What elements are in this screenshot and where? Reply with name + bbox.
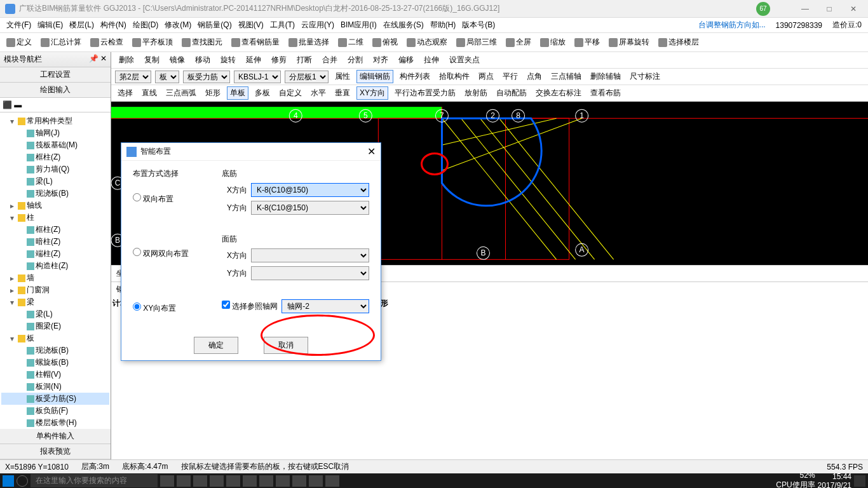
tree-item[interactable]: ▾ 常用构件类型 bbox=[1, 115, 109, 127]
menu-item[interactable]: 在线服务(S) bbox=[381, 18, 426, 32]
edit-button[interactable]: 旋转 bbox=[217, 54, 238, 66]
tree-item[interactable]: 梁(L) bbox=[1, 175, 109, 187]
edit-button[interactable]: 删除 bbox=[115, 54, 137, 66]
toolbar-button[interactable]: 查看钢筋量 bbox=[229, 36, 282, 49]
toolbar-button[interactable]: 二维 bbox=[336, 36, 366, 49]
context-select[interactable]: 板受力筋 bbox=[183, 71, 230, 83]
context-button[interactable]: 编辑钢筋 bbox=[356, 70, 393, 83]
draw-button[interactable]: 交换左右标注 bbox=[533, 87, 584, 99]
menu-item[interactable]: 钢筋量(Q) bbox=[195, 18, 234, 32]
context-button[interactable]: 两点 bbox=[476, 71, 496, 83]
close-button[interactable]: ✕ bbox=[844, 4, 863, 13]
nav-bottom-2[interactable]: 报表预览 bbox=[0, 444, 111, 459]
task-icon[interactable] bbox=[243, 475, 257, 487]
tree-item[interactable]: 框柱(Z) bbox=[1, 151, 109, 163]
context-button[interactable]: 尺寸标注 bbox=[627, 71, 663, 83]
toolbar-button[interactable]: 定义 bbox=[4, 36, 34, 49]
notification-badge[interactable]: 67 bbox=[756, 2, 770, 16]
edit-button[interactable]: 偏移 bbox=[395, 54, 416, 66]
tree-item[interactable]: 框柱(Z) bbox=[1, 224, 109, 236]
draw-button[interactable]: 多板 bbox=[252, 87, 273, 99]
radio-xy[interactable]: XY向布置 bbox=[133, 304, 176, 313]
ydir-bottom-select[interactable]: K-8(C10@150) bbox=[251, 201, 369, 215]
tree-item[interactable]: 圈梁(E) bbox=[1, 320, 109, 332]
task-icon[interactable] bbox=[259, 475, 273, 487]
axis-select[interactable]: 轴网-2 bbox=[281, 299, 369, 313]
menu-item[interactable]: 楼层(L) bbox=[67, 18, 97, 32]
edit-button[interactable]: 延伸 bbox=[242, 54, 264, 66]
menu-item[interactable]: 版本号(B) bbox=[459, 18, 498, 32]
tree-item[interactable]: 螺旋板(B) bbox=[1, 356, 109, 369]
edit-button[interactable]: 移动 bbox=[191, 54, 213, 66]
menu-item[interactable]: 视图(V) bbox=[236, 18, 266, 32]
context-button[interactable]: 构件列表 bbox=[397, 71, 433, 83]
tree-item[interactable]: 端柱(Z) bbox=[1, 248, 109, 260]
menu-item[interactable]: BIM应用(I) bbox=[338, 18, 379, 32]
edit-button[interactable]: 复制 bbox=[140, 54, 162, 66]
cortana-icon[interactable] bbox=[17, 475, 28, 487]
nav-bottom-1[interactable]: 单构件输入 bbox=[0, 429, 111, 444]
edit-button[interactable]: 设置夹点 bbox=[445, 54, 482, 66]
toolbar-button[interactable]: 云检查 bbox=[88, 36, 126, 49]
axis-ref-checkbox[interactable]: 选择参照轴网 bbox=[222, 301, 278, 312]
toolbar-button[interactable]: 查找图元 bbox=[179, 36, 225, 49]
nav-tab-settings[interactable]: 工程设置 bbox=[0, 67, 111, 83]
toolbar-button[interactable]: 平移 bbox=[572, 36, 602, 49]
toolbar-button[interactable]: 局部三维 bbox=[454, 36, 499, 49]
menu-item[interactable]: 工具(T) bbox=[268, 18, 297, 32]
draw-button[interactable]: 三点画弧 bbox=[163, 87, 199, 99]
tree-item[interactable]: 轴网(J) bbox=[1, 127, 109, 139]
draw-button[interactable]: 自定义 bbox=[276, 87, 304, 99]
tree-item[interactable]: 板洞(N) bbox=[1, 381, 109, 393]
draw-button[interactable]: 单板 bbox=[227, 86, 248, 100]
task-icon[interactable] bbox=[292, 475, 306, 487]
draw-button[interactable]: 查看布筋 bbox=[588, 87, 623, 99]
context-select[interactable]: 分层板1 bbox=[285, 71, 329, 83]
toolbar-button[interactable]: 选择楼层 bbox=[656, 36, 702, 49]
edit-button[interactable]: 分割 bbox=[344, 54, 365, 66]
tree-item[interactable]: 筏板基础(M) bbox=[1, 139, 109, 151]
draw-button[interactable]: 水平 bbox=[308, 87, 329, 99]
edit-button[interactable]: 合并 bbox=[318, 54, 340, 66]
task-icon[interactable] bbox=[160, 475, 174, 487]
tree-item[interactable]: 构造柱(Z) bbox=[1, 260, 109, 272]
context-button[interactable]: 平行 bbox=[500, 71, 520, 83]
toolbar-button[interactable]: 汇总计算 bbox=[38, 36, 84, 49]
tree-icon-2[interactable]: ▬ bbox=[14, 100, 22, 109]
draw-button[interactable]: XY方向 bbox=[356, 86, 388, 100]
task-icon[interactable] bbox=[276, 475, 290, 487]
notification-icon[interactable] bbox=[854, 475, 865, 487]
edit-button[interactable]: 镜像 bbox=[166, 54, 187, 66]
start-button[interactable] bbox=[3, 475, 14, 487]
menu-item[interactable]: 文件(F) bbox=[4, 18, 34, 32]
tree-item[interactable]: ▾ 柱 bbox=[1, 212, 109, 224]
nav-pin-icon[interactable]: 📌 ✕ bbox=[89, 54, 107, 65]
menu-item[interactable]: 构件(N) bbox=[98, 18, 129, 32]
menu-item[interactable]: 绘图(D) bbox=[130, 18, 161, 32]
tree-item[interactable]: 板受力筋(S) bbox=[1, 393, 109, 405]
select-button[interactable]: 选择 bbox=[115, 87, 135, 99]
tree-icon-1[interactable]: ⬛ bbox=[3, 100, 12, 109]
cancel-button[interactable]: 取消 bbox=[264, 337, 308, 354]
context-button[interactable]: 三点辅轴 bbox=[548, 71, 584, 83]
notice-link[interactable]: 台调整钢筋方向如... bbox=[696, 18, 768, 32]
context-select[interactable]: 板 bbox=[155, 71, 179, 83]
toolbar-button[interactable]: 批量选择 bbox=[286, 36, 332, 49]
ydir-top-select[interactable] bbox=[251, 266, 369, 280]
task-icon[interactable] bbox=[309, 475, 323, 487]
context-button[interactable]: 属性 bbox=[332, 71, 353, 83]
toolbar-button[interactable]: 缩放 bbox=[538, 36, 568, 49]
tree-item[interactable]: 现浇板(B) bbox=[1, 344, 109, 356]
toolbar-button[interactable]: 屏幕旋转 bbox=[606, 36, 652, 49]
xdir-top-select[interactable] bbox=[251, 248, 369, 262]
maximize-button[interactable]: □ bbox=[820, 4, 839, 13]
dialog-close-button[interactable]: ✕ bbox=[367, 146, 376, 158]
tree-item[interactable]: ▸ 门窗洞 bbox=[1, 284, 109, 296]
radio-double-net[interactable]: 双网双向布置 bbox=[133, 249, 189, 258]
taskbar-search[interactable]: 在这里输入你要搜索的内容 bbox=[31, 474, 158, 487]
menu-item[interactable]: 帮助(H) bbox=[428, 18, 459, 32]
edit-button[interactable]: 对齐 bbox=[369, 54, 391, 66]
context-button[interactable]: 删除辅轴 bbox=[588, 71, 623, 83]
draw-button[interactable]: 垂直 bbox=[332, 87, 353, 99]
task-icon[interactable] bbox=[177, 475, 191, 487]
